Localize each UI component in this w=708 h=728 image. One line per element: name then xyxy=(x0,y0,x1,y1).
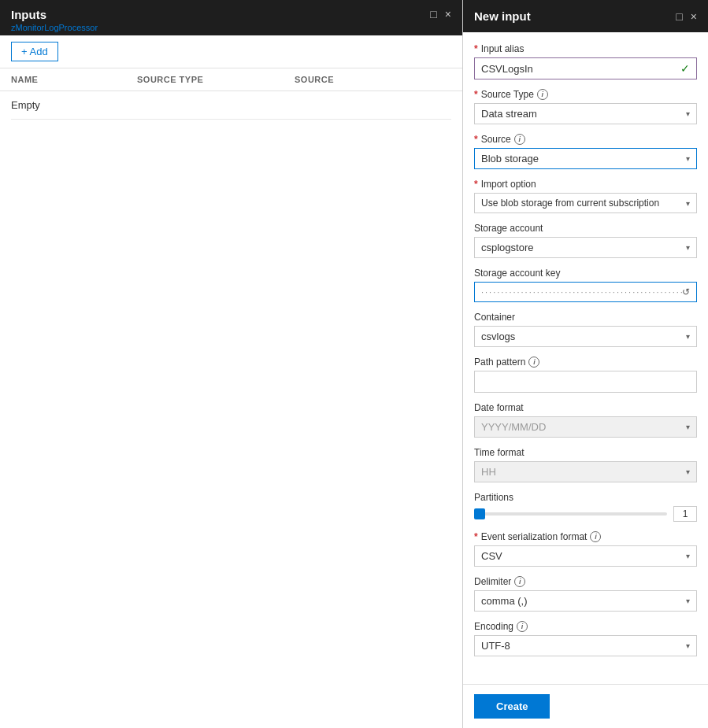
event-serialization-label: Event serialization format i xyxy=(474,531,697,542)
source-type-group: Source Type i Data stream ▾ xyxy=(474,89,697,124)
container-label: Container xyxy=(474,312,697,323)
date-format-label: Date format xyxy=(474,402,697,413)
partitions-label: Partitions xyxy=(474,492,697,503)
event-serialization-select[interactable]: CSV ▾ xyxy=(474,545,697,567)
import-option-group: Import option Use blob storage from curr… xyxy=(474,179,697,213)
event-serialization-info-icon[interactable]: i xyxy=(590,531,601,542)
import-option-value: Use blob storage from current subscripti… xyxy=(481,198,659,209)
add-button[interactable]: + Add xyxy=(11,42,58,61)
partitions-slider-track[interactable] xyxy=(474,512,667,516)
left-close-icon[interactable]: × xyxy=(445,8,451,20)
encoding-value: UTF-8 xyxy=(481,640,510,652)
path-pattern-group: Path pattern i xyxy=(474,357,697,393)
path-pattern-info-icon[interactable]: i xyxy=(528,357,539,368)
input-alias-field[interactable]: ✓ xyxy=(474,57,697,79)
path-pattern-input[interactable] xyxy=(474,371,697,393)
encoding-group: Encoding i UTF-8 ▾ xyxy=(474,621,697,656)
right-header: New input □ × xyxy=(463,0,708,32)
storage-account-chevron: ▾ xyxy=(686,243,690,252)
storage-account-value: csplogstore xyxy=(481,242,533,253)
partitions-value: 1 xyxy=(673,506,697,522)
col-source-type: SOURCE TYPE xyxy=(137,75,295,84)
date-format-value: YYYY/MM/DD xyxy=(481,421,546,433)
time-format-select[interactable]: HH ▾ xyxy=(474,461,697,482)
storage-account-select[interactable]: csplogstore ▾ xyxy=(474,237,697,258)
left-header-icons: □ × xyxy=(430,8,451,20)
time-format-value: HH xyxy=(481,466,496,478)
container-value: csvlogs xyxy=(481,331,515,342)
import-option-select[interactable]: Use blob storage from current subscripti… xyxy=(474,193,697,213)
right-minimize-icon[interactable]: □ xyxy=(676,10,682,23)
table-header: NAME SOURCE TYPE SOURCE xyxy=(0,68,462,91)
storage-key-label: Storage account key xyxy=(474,268,697,279)
encoding-label: Encoding i xyxy=(474,621,697,632)
key-refresh-icon[interactable]: ↺ xyxy=(682,286,690,297)
table-row: Empty xyxy=(11,91,451,120)
time-format-group: Time format HH ▾ xyxy=(474,447,697,482)
event-serialization-value: CSV xyxy=(481,550,502,562)
source-select[interactable]: Blob storage ▾ xyxy=(474,148,697,169)
right-body: Input alias ✓ Source Type i Data stream … xyxy=(463,32,708,684)
source-label: Source i xyxy=(474,134,697,145)
right-panel: New input □ × Input alias ✓ Source Type … xyxy=(463,0,708,728)
left-panel-subtitle: zMonitorLogProcessor xyxy=(11,23,98,32)
left-panel-title: Inputs xyxy=(11,8,98,21)
source-type-value: Data stream xyxy=(481,108,537,120)
input-alias-input[interactable] xyxy=(481,63,680,75)
container-select[interactable]: csvlogs ▾ xyxy=(474,326,697,347)
import-option-chevron: ▾ xyxy=(686,199,690,208)
left-header-text: Inputs zMonitorLogProcessor xyxy=(11,8,98,32)
time-format-chevron: ▾ xyxy=(686,467,690,476)
encoding-select[interactable]: UTF-8 ▾ xyxy=(474,635,697,656)
right-footer: Create xyxy=(463,684,708,728)
input-alias-group: Input alias ✓ xyxy=(474,43,697,79)
source-group: Source i Blob storage ▾ xyxy=(474,134,697,169)
date-format-chevron: ▾ xyxy=(686,423,690,431)
delimiter-info-icon[interactable]: i xyxy=(514,576,525,587)
date-format-select[interactable]: YYYY/MM/DD ▾ xyxy=(474,416,697,438)
source-chevron: ▾ xyxy=(686,154,690,163)
event-serialization-group: Event serialization format i CSV ▾ xyxy=(474,531,697,567)
source-type-chevron: ▾ xyxy=(686,109,690,118)
import-option-label: Import option xyxy=(474,179,697,190)
check-icon: ✓ xyxy=(680,62,690,75)
delimiter-label: Delimiter i xyxy=(474,576,697,587)
source-type-label: Source Type i xyxy=(474,89,697,100)
delimiter-group: Delimiter i comma (,) ▾ xyxy=(474,576,697,612)
storage-account-group: Storage account csplogstore ▾ xyxy=(474,223,697,258)
key-dots: ········································… xyxy=(481,287,682,297)
row-source-type xyxy=(137,99,295,111)
table-body: Empty xyxy=(0,91,462,728)
delimiter-select[interactable]: comma (,) ▾ xyxy=(474,590,697,612)
time-format-label: Time format xyxy=(474,447,697,458)
source-type-select[interactable]: Data stream ▾ xyxy=(474,103,697,124)
partitions-group: Partitions 1 xyxy=(474,492,697,522)
left-minimize-icon[interactable]: □ xyxy=(430,8,436,20)
storage-key-input[interactable]: ········································… xyxy=(474,282,697,302)
partitions-slider-thumb[interactable] xyxy=(474,508,485,519)
right-close-icon[interactable]: × xyxy=(691,10,697,23)
right-panel-title: New input xyxy=(474,9,531,23)
create-button[interactable]: Create xyxy=(474,694,550,719)
input-alias-label: Input alias xyxy=(474,43,697,54)
container-group: Container csvlogs ▾ xyxy=(474,312,697,347)
left-header: Inputs zMonitorLogProcessor □ × xyxy=(0,0,462,35)
col-name: NAME xyxy=(11,75,137,84)
encoding-chevron: ▾ xyxy=(686,641,690,650)
col-source: SOURCE xyxy=(295,75,436,84)
partitions-slider-container: 1 xyxy=(474,506,697,522)
encoding-info-icon[interactable]: i xyxy=(517,621,528,632)
date-format-group: Date format YYYY/MM/DD ▾ xyxy=(474,402,697,438)
source-type-info-icon[interactable]: i xyxy=(537,89,548,100)
right-header-icons: □ × xyxy=(676,10,697,23)
row-source xyxy=(295,99,436,111)
delimiter-chevron: ▾ xyxy=(686,597,690,605)
container-chevron: ▾ xyxy=(686,332,690,341)
left-panel: Inputs zMonitorLogProcessor □ × + Add NA… xyxy=(0,0,463,728)
source-value: Blob storage xyxy=(481,153,539,164)
storage-account-label: Storage account xyxy=(474,223,697,234)
event-serialization-chevron: ▾ xyxy=(686,552,690,560)
source-info-icon[interactable]: i xyxy=(514,134,525,145)
storage-key-group: Storage account key ····················… xyxy=(474,268,697,302)
delimiter-value: comma (,) xyxy=(481,595,528,607)
